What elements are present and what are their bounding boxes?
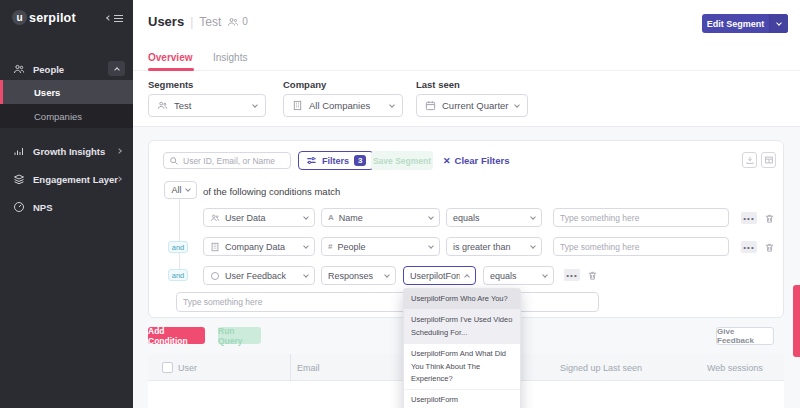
trash-icon[interactable]	[587, 267, 598, 285]
condition-2-value-input[interactable]	[553, 237, 729, 256]
people-group-icon	[227, 16, 239, 28]
condition-field: Responses	[328, 271, 380, 281]
trash-icon[interactable]	[764, 239, 775, 257]
last-seen-select[interactable]: Current Quarter	[416, 94, 528, 117]
company-select[interactable]: All Companies	[283, 94, 403, 117]
sidebar-item-growth-insights[interactable]: Growth Insights	[0, 138, 133, 164]
match-type-select[interactable]: All	[164, 181, 197, 199]
save-segment-button[interactable]: Save Segment	[371, 151, 433, 170]
add-condition-button[interactable]: Add Condition	[148, 327, 205, 344]
dropdown-option[interactable]: UserpilotForm 1618492168cYtc0289/CSVdl/l…	[404, 390, 520, 408]
segments-value: Test	[174, 100, 247, 111]
download-button[interactable]	[742, 152, 757, 168]
sidebar-item-engagement-layer[interactable]: Engagement Layer	[0, 166, 133, 192]
people-submenu: Users Companies	[0, 80, 133, 128]
edit-segment-caret[interactable]	[769, 14, 788, 33]
tab-insights[interactable]: Insights	[213, 52, 247, 63]
segments-label: Segments	[148, 79, 193, 90]
sidebar-item-users[interactable]: Users	[0, 80, 133, 104]
condition-1-source-select[interactable]: User Data	[203, 208, 315, 227]
chevron-left-icon	[106, 15, 112, 21]
condition-field: Name	[339, 213, 424, 223]
main-area: Users | Test 0 Edit Segment Overview Ins…	[133, 0, 800, 408]
search-icon	[169, 156, 179, 166]
run-query-button[interactable]: Run Query	[218, 327, 261, 344]
clear-filters-label: Clear Filters	[455, 155, 510, 166]
company-value: All Companies	[309, 100, 384, 111]
people-collapse-toggle[interactable]	[108, 61, 125, 76]
condition-1-field-select[interactable]: A Name	[321, 208, 440, 227]
people-icon	[210, 213, 220, 223]
trash-icon[interactable]	[764, 210, 775, 228]
sidebar-item-label: Growth Insights	[33, 146, 105, 157]
chevron-down-icon	[514, 102, 520, 108]
condition-source: Company Data	[225, 242, 299, 252]
logo-text: serpilot	[29, 11, 76, 25]
dropdown-option[interactable]: UserpilotForm And What Did You Think Abo…	[404, 344, 520, 390]
hash-icon: #	[328, 242, 332, 251]
condition-source: User Data	[225, 213, 299, 223]
people-icon	[157, 100, 168, 111]
condition-2-operator-select[interactable]: is greater than	[446, 237, 542, 256]
column-header-web-sessions: Web sessions	[707, 363, 763, 373]
condition-2-field-select[interactable]: # People	[321, 237, 440, 256]
dropdown-option[interactable]: UserpilotForm I've Used Video Scheduling…	[404, 310, 520, 344]
match-type-value: All	[171, 185, 181, 195]
and-chip: and	[168, 241, 188, 253]
condition-3-field-select[interactable]: Responses	[321, 266, 396, 285]
segments-select[interactable]: Test	[148, 94, 266, 117]
chevron-down-icon	[303, 272, 309, 278]
condition-1-more-button[interactable]: •••	[741, 212, 757, 224]
columns-button[interactable]	[761, 152, 776, 168]
give-feedback-button[interactable]: Give Feedback	[716, 327, 774, 345]
match-text: of the following conditions match	[203, 186, 340, 197]
condition-operator: is greater than	[453, 242, 526, 252]
title-separator: |	[190, 15, 193, 29]
people-icon	[13, 63, 25, 75]
feedback-side-tab[interactable]	[793, 285, 800, 357]
calendar-icon	[425, 100, 436, 111]
logo-icon: u	[12, 10, 27, 25]
select-all-checkbox[interactable]	[162, 362, 173, 373]
clear-filters-button[interactable]: ✕ Clear Filters	[443, 155, 509, 166]
sidebar-item-label: Engagement Layer	[33, 174, 118, 185]
chevron-down-icon	[428, 214, 434, 220]
search-input[interactable]	[183, 156, 285, 166]
condition-1-value-input[interactable]	[553, 208, 729, 227]
user-count: 0	[227, 16, 248, 28]
sidebar-item-nps[interactable]: NPS	[0, 194, 133, 220]
sidebar-item-companies[interactable]: Companies	[0, 104, 133, 128]
sidebar: u serpilot People Users Companies Growth…	[0, 0, 133, 408]
letter-a-icon: A	[328, 213, 334, 222]
condition-3-form-select[interactable]: UserpilotForm	[403, 266, 476, 285]
company-label: Company	[283, 79, 326, 90]
sidebar-collapse-button[interactable]	[107, 13, 123, 24]
sidebar-item-people[interactable]: People	[0, 56, 133, 82]
chevron-down-icon	[428, 243, 434, 249]
condition-3-more-button[interactable]: •••	[564, 269, 580, 281]
chevron-down-icon	[542, 272, 548, 278]
chevron-down-icon	[303, 243, 309, 249]
last-seen-value: Current Quarter	[442, 100, 509, 111]
chat-bubble-icon	[210, 271, 220, 281]
condition-1-operator-select[interactable]: equals	[446, 208, 542, 227]
filters-button[interactable]: Filters 3	[298, 151, 374, 170]
condition-2-more-button[interactable]: •••	[741, 241, 757, 253]
edit-segment-button[interactable]: Edit Segment	[702, 14, 788, 33]
chevron-down-icon	[303, 214, 309, 220]
condition-2-source-select[interactable]: Company Data	[203, 237, 315, 256]
and-chip: and	[168, 269, 188, 281]
building-icon	[292, 100, 303, 111]
condition-3-operator-select[interactable]: equals	[483, 266, 554, 285]
condition-operator: equals	[453, 213, 526, 223]
condition-operator: equals	[490, 271, 538, 281]
tab-bar: Overview Insights	[133, 44, 800, 71]
dropdown-option[interactable]: UserpilotForm Who Are You?	[404, 289, 520, 310]
tab-overview[interactable]: Overview	[148, 52, 192, 63]
condition-3-value-input[interactable]	[176, 292, 599, 312]
condition-3-source-select[interactable]: User Feedback	[203, 266, 315, 285]
chevron-down-icon	[530, 214, 536, 220]
condition-form-value: UserpilotForm	[410, 271, 460, 281]
sliders-icon	[306, 155, 317, 166]
active-tab-underline	[148, 68, 194, 71]
